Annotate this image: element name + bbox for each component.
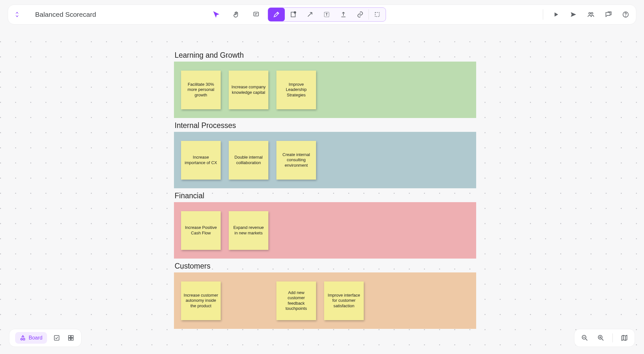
page-title[interactable]: Balanced Scorecard: [35, 11, 96, 18]
svg-rect-11: [68, 336, 70, 338]
divider: [612, 333, 613, 342]
sticky-note[interactable]: Facilitate 30% more personal growth: [181, 71, 221, 109]
lane-financial[interactable]: Increase Positive Cash Flow Expand reven…: [174, 202, 476, 259]
shapes-icon: [20, 335, 26, 341]
svg-rect-10: [54, 336, 59, 340]
upload-tool[interactable]: [335, 8, 352, 21]
top-toolbar: Balanced Scorecard: [8, 5, 636, 25]
sticky-note[interactable]: Increase customer autonomy inside the pr…: [181, 281, 221, 320]
sticky-note-tool[interactable]: [285, 8, 302, 21]
lane-customers[interactable]: Increase customer autonomy inside the pr…: [174, 272, 476, 329]
zoom-in-button[interactable]: [596, 333, 605, 342]
canvas-viewport[interactable]: Learning and Growth Facilitate 30% more …: [0, 0, 644, 354]
sticky-note[interactable]: Expand revenue in new markets: [229, 211, 268, 250]
comments-panel-button[interactable]: [604, 8, 613, 21]
svg-rect-14: [71, 338, 73, 340]
sticky-note[interactable]: Increase Positive Cash Flow: [181, 211, 221, 250]
svg-point-8: [21, 339, 22, 340]
divider: [543, 9, 543, 20]
bottom-right-toolbar: [574, 329, 635, 347]
sticky-note[interactable]: Increase importance of CX: [181, 141, 221, 180]
help-button[interactable]: [621, 8, 630, 21]
text-tool[interactable]: [318, 8, 335, 21]
arrow-tool[interactable]: [302, 8, 318, 21]
sticky-note[interactable]: Double internal colllaboration: [229, 141, 268, 180]
board-view-label: Board: [29, 335, 43, 341]
sticky-note[interactable]: Improve interface for customer satisfact…: [324, 281, 364, 320]
zoom-out-button[interactable]: [580, 333, 589, 342]
svg-point-4: [589, 13, 591, 15]
bottom-left-toolbar: Board: [9, 329, 82, 347]
minimap-button[interactable]: [620, 333, 629, 342]
grid-view-button[interactable]: [66, 333, 75, 342]
sticky-note[interactable]: Add new customer feedback touchpoints: [276, 281, 316, 320]
section-title[interactable]: Internal Processes: [174, 120, 476, 132]
svg-point-7: [626, 16, 626, 16]
marquee-tool[interactable]: [369, 8, 386, 21]
sticky-note[interactable]: Improve Leadership Strategies: [276, 71, 316, 109]
svg-point-1: [294, 12, 296, 14]
sticky-note[interactable]: Increase company knowledge capital: [229, 71, 268, 109]
app-logo-icon[interactable]: [14, 11, 20, 18]
svg-point-5: [591, 13, 593, 15]
svg-rect-0: [254, 12, 259, 16]
scorecard-board: Learning and Growth Facilitate 30% more …: [174, 50, 476, 331]
svg-rect-3: [375, 13, 380, 17]
collaborators-button[interactable]: [586, 8, 595, 21]
canvas[interactable]: Learning and Growth Facilitate 30% more …: [0, 30, 644, 354]
lane-internal-processes[interactable]: Increase importance of CX Double interna…: [174, 132, 476, 188]
hand-tool[interactable]: [228, 8, 245, 21]
section-title[interactable]: Customers: [174, 261, 476, 272]
link-tool[interactable]: [352, 8, 369, 21]
section-title[interactable]: Learning and Growth: [174, 50, 476, 62]
board-view-button[interactable]: Board: [15, 332, 47, 344]
tools-button[interactable]: [268, 8, 285, 21]
lane-learning-growth[interactable]: Facilitate 30% more personal growth Incr…: [174, 62, 476, 118]
select-tool[interactable]: [208, 8, 225, 21]
sticky-note[interactable]: Create internal consulting environment: [276, 141, 316, 180]
present-button[interactable]: [552, 8, 561, 21]
checklist-button[interactable]: [52, 333, 61, 342]
share-button[interactable]: [569, 8, 578, 21]
svg-rect-9: [23, 339, 25, 340]
svg-rect-12: [71, 336, 73, 338]
svg-rect-13: [68, 338, 70, 340]
comment-tool[interactable]: [248, 8, 264, 21]
section-title[interactable]: Financial: [174, 190, 476, 202]
drawing-tools-group: [268, 7, 386, 22]
